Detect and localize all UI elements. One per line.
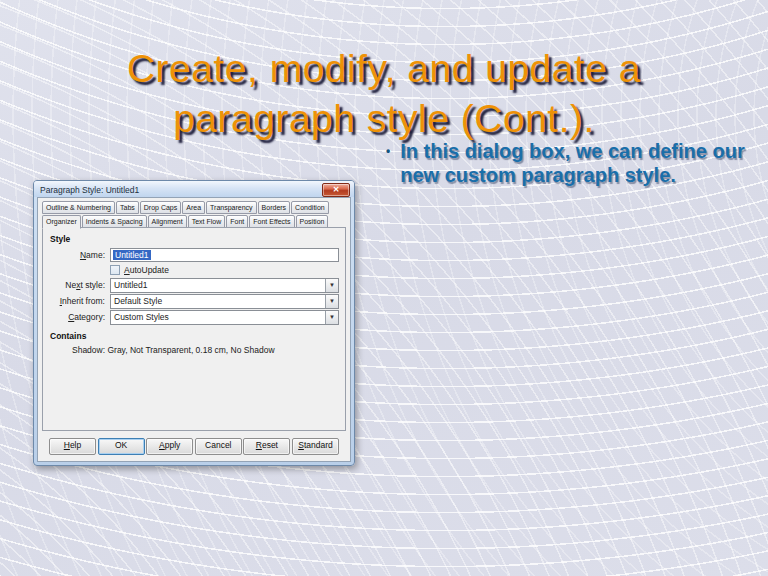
- close-icon[interactable]: ✕: [322, 183, 350, 197]
- dialog-button-row: Help OK Apply Cancel Reset Standard: [49, 438, 339, 455]
- slide-title-line2: paragraph style (Cont.).: [0, 94, 768, 144]
- category-value: Custom Styles: [111, 311, 325, 324]
- contains-group-label: Contains: [50, 331, 339, 341]
- name-label: Name:: [49, 250, 105, 260]
- dialog-titlebar[interactable]: Paragraph Style: Untitled1 ✕: [34, 181, 354, 197]
- tab-condition[interactable]: Condition: [291, 201, 329, 214]
- autoupdate-checkbox[interactable]: [110, 265, 120, 275]
- organizer-tabpage: Style Name: Untitled1 AutoUpdate Next st…: [42, 227, 346, 431]
- paragraph-style-dialog: Paragraph Style: Untitled1 ✕ Outline & N…: [33, 180, 355, 466]
- name-row: Name: Untitled1: [49, 248, 339, 262]
- apply-button[interactable]: Apply: [146, 438, 193, 455]
- cancel-button[interactable]: Cancel: [195, 438, 242, 455]
- tab-tabs[interactable]: Tabs: [116, 201, 139, 214]
- autoupdate-label: AutoUpdate: [124, 265, 169, 275]
- next-style-label: Next style:: [49, 280, 105, 290]
- tab-row-back: Outline & Numbering Tabs Drop Caps Area …: [42, 201, 346, 214]
- inherit-from-row: Inherit from: Default Style ▼: [49, 294, 339, 308]
- next-style-row: Next style: Untitled1 ▼: [49, 278, 339, 292]
- chevron-down-icon[interactable]: ▼: [325, 279, 338, 292]
- slide: Create, modify, and update a paragraph s…: [0, 0, 768, 576]
- contains-description: Shadow: Gray, Not Transparent, 0.18 cm, …: [72, 345, 339, 355]
- tab-organizer[interactable]: Organizer: [42, 215, 81, 229]
- slide-title: Create, modify, and update a paragraph s…: [0, 44, 768, 144]
- category-row: Category: Custom Styles ▼: [49, 310, 339, 324]
- dialog-title: Paragraph Style: Untitled1: [40, 185, 322, 195]
- dialog-body: Outline & Numbering Tabs Drop Caps Area …: [37, 197, 351, 462]
- standard-button[interactable]: Standard: [292, 438, 339, 455]
- tab-drop-caps[interactable]: Drop Caps: [140, 201, 181, 214]
- next-style-combobox[interactable]: Untitled1 ▼: [110, 278, 339, 293]
- bullet-text: In this dialog box, we can define our ne…: [400, 139, 760, 187]
- tab-transparency[interactable]: Transparency: [206, 201, 257, 214]
- tab-area[interactable]: Area: [182, 201, 205, 214]
- slide-title-line1: Create, modify, and update a: [0, 44, 768, 94]
- chevron-down-icon[interactable]: ▼: [325, 311, 338, 324]
- inherit-from-label: Inherit from:: [49, 296, 105, 306]
- reset-button[interactable]: Reset: [243, 438, 290, 455]
- inherit-from-value: Default Style: [111, 295, 325, 308]
- name-input[interactable]: Untitled1: [110, 248, 339, 262]
- category-label: Category:: [49, 312, 105, 322]
- style-group-label: Style: [50, 234, 339, 244]
- bullet-item: • In this dialog box, we can define our …: [386, 139, 760, 187]
- help-button[interactable]: Help: [49, 438, 96, 455]
- inherit-from-combobox[interactable]: Default Style ▼: [110, 294, 339, 309]
- ok-button[interactable]: OK: [98, 438, 145, 455]
- autoupdate-row: AutoUpdate: [110, 264, 339, 276]
- name-input-value: Untitled1: [113, 250, 151, 260]
- tab-outline-numbering[interactable]: Outline & Numbering: [42, 201, 115, 214]
- chevron-down-icon[interactable]: ▼: [325, 295, 338, 308]
- tab-borders[interactable]: Borders: [258, 201, 291, 214]
- bullet-icon: •: [386, 139, 390, 163]
- category-combobox[interactable]: Custom Styles ▼: [110, 310, 339, 325]
- next-style-value: Untitled1: [111, 279, 325, 292]
